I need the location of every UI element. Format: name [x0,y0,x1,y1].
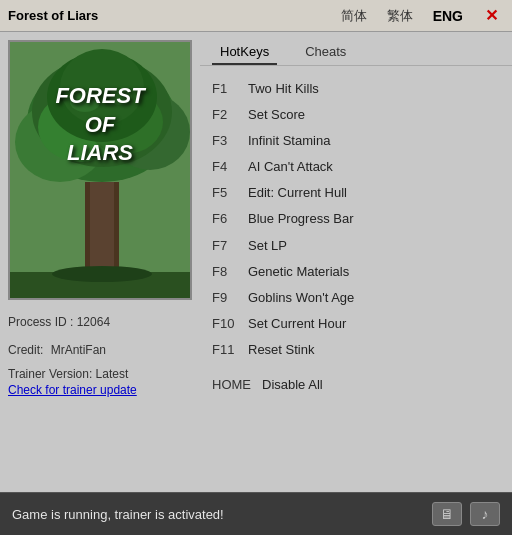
close-button[interactable]: ✕ [479,4,504,27]
status-icons: 🖥 ♪ [432,502,500,526]
key-f1: F1 [212,78,248,100]
key-f2: F2 [212,104,248,126]
desc-f8: Genetic Materials [248,261,349,283]
hotkey-f7: F7 Set LP [212,233,500,259]
hotkey-home: HOME Disable All [212,377,500,392]
hotkey-f10: F10 Set Current Hour [212,311,500,337]
svg-point-14 [52,266,152,282]
left-panel: FOREST OF LIARS Process ID : 12064 Credi… [0,32,200,492]
key-home: HOME [212,377,262,392]
key-f10: F10 [212,313,248,335]
status-message: Game is running, trainer is activated! [12,507,224,522]
update-link[interactable]: Check for trainer update [8,383,137,397]
key-f8: F8 [212,261,248,283]
title-bar-left: Forest of Liars [8,8,98,23]
desc-f9: Goblins Won't Age [248,287,354,309]
hotkey-f2: F2 Set Score [212,102,500,128]
desc-f7: Set LP [248,235,287,257]
credit-value: MrAntiFan [51,343,106,357]
hotkeys-list: F1 Two Hit Kills F2 Set Score F3 Infinit… [200,66,512,492]
desc-f6: Blue Progress Bar [248,208,354,230]
version-label: Trainer Version: Latest [8,367,192,381]
tab-cheats[interactable]: Cheats [297,40,354,65]
right-panel: HotKeys Cheats F1 Two Hit Kills F2 Set S… [200,32,512,492]
title-bar: Forest of Liars 简体 繁体 ENG ✕ [0,0,512,32]
desc-f5: Edit: Current Hull [248,182,347,204]
hotkey-f6: F6 Blue Progress Bar [212,206,500,232]
cover-background [10,42,192,300]
credit-label: Credit: [8,343,43,357]
status-bar: Game is running, trainer is activated! 🖥… [0,492,512,535]
tabs-bar: HotKeys Cheats [200,32,512,66]
key-f4: F4 [212,156,248,178]
lang-simplified[interactable]: 简体 [337,5,371,27]
hotkey-f4: F4 AI Can't Attack [212,154,500,180]
game-cover: FOREST OF LIARS [8,40,192,300]
hotkey-f1: F1 Two Hit Kills [212,76,500,102]
key-f11: F11 [212,339,248,361]
hotkey-f11: F11 Reset Stink [212,337,500,363]
key-f6: F6 [212,208,248,230]
key-f3: F3 [212,130,248,152]
key-f9: F9 [212,287,248,309]
desc-f4: AI Can't Attack [248,156,333,178]
key-f5: F5 [212,182,248,204]
monitor-icon[interactable]: 🖥 [432,502,462,526]
process-id: Process ID : 12064 [8,312,192,334]
title-bar-controls: 简体 繁体 ENG ✕ [337,4,504,27]
desc-f3: Infinit Stamina [248,130,330,152]
cover-title: FOREST OF LIARS [10,82,190,168]
tab-hotkeys[interactable]: HotKeys [212,40,277,65]
trainer-version: Trainer Version: Latest Check for traine… [8,367,192,397]
desc-home: Disable All [262,377,323,392]
key-f7: F7 [212,235,248,257]
desc-f1: Two Hit Kills [248,78,319,100]
lang-traditional[interactable]: 繁体 [383,5,417,27]
hotkey-f5: F5 Edit: Current Hull [212,180,500,206]
hotkey-f3: F3 Infinit Stamina [212,128,500,154]
credit-row: Credit: MrAntiFan [8,340,192,362]
music-icon[interactable]: ♪ [470,502,500,526]
desc-f2: Set Score [248,104,305,126]
desc-f11: Reset Stink [248,339,314,361]
info-section: Process ID : 12064 Credit: MrAntiFan [8,312,192,361]
desc-f10: Set Current Hour [248,313,346,335]
lang-english[interactable]: ENG [429,6,467,26]
main-area: FOREST OF LIARS Process ID : 12064 Credi… [0,32,512,492]
hotkey-f8: F8 Genetic Materials [212,259,500,285]
window-title: Forest of Liars [8,8,98,23]
hotkey-f9: F9 Goblins Won't Age [212,285,500,311]
